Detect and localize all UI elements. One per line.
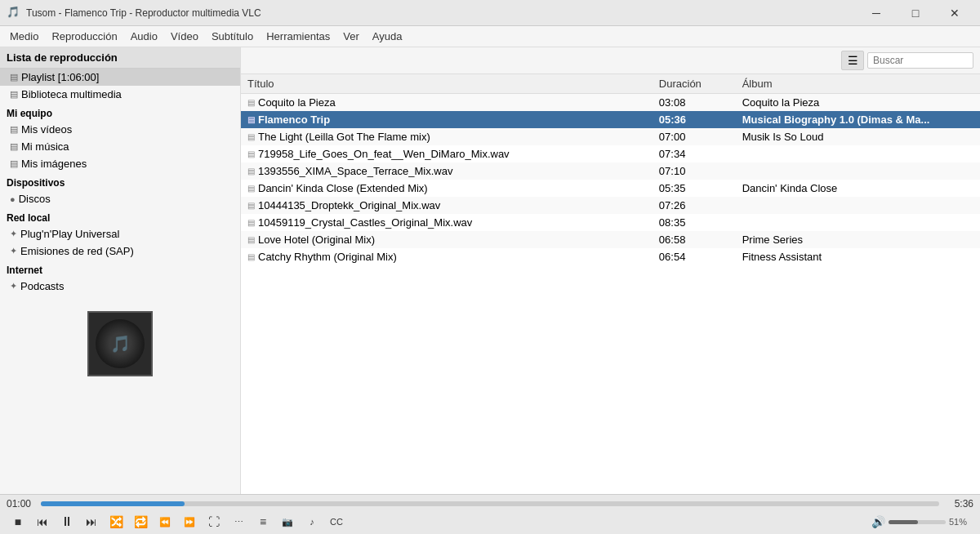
time-elapsed: 01:00 — [7, 498, 36, 510]
sidebar-item-label: Mis imágenes — [21, 158, 87, 170]
close-button[interactable]: ✕ — [936, 0, 973, 26]
track-title: ▤Catchy Rhythm (Original Mix) — [241, 248, 653, 265]
title-bar: 🎵 Tusom - Flamenco Trip - Reproductor mu… — [0, 0, 980, 26]
track-title: ▤Coquito la Pieza — [241, 94, 653, 111]
track-icon: ▤ — [247, 167, 255, 176]
table-row[interactable]: ▤Coquito la Pieza03:08Coquito la Pieza — [241, 94, 980, 112]
next-button[interactable]: ⏭ — [80, 513, 103, 531]
search-button[interactable]: ☰ — [841, 51, 864, 70]
menu-item-vídeo[interactable]: Vídeo — [164, 29, 205, 44]
images-icon: ▤ — [10, 158, 18, 169]
table-row[interactable]: ▤10444135_Droptekk_Original_Mix.wav07:26 — [241, 197, 980, 214]
sidebar-item-music[interactable]: ▤ Mi música — [0, 138, 240, 155]
audio-track-button[interactable]: ♪ — [301, 513, 323, 531]
playlist-header-bar: ☰ — [241, 47, 980, 74]
playlist-table[interactable]: Título Duración Álbum ▤Coquito la Pieza0… — [241, 74, 980, 494]
table-row[interactable]: ▤Catchy Rhythm (Original Mix)06:54Fitnes… — [241, 248, 980, 265]
track-icon: ▤ — [247, 218, 255, 227]
progress-track[interactable] — [41, 501, 939, 506]
table-row[interactable]: ▤Dancin' Kinda Close (Extended Mix)05:35… — [241, 180, 980, 197]
track-title: ▤Flamenco Trip — [241, 111, 653, 128]
sidebar-item-podcasts[interactable]: ✦ Podcasts — [0, 278, 240, 295]
track-album — [736, 145, 980, 162]
sidebar-scroll[interactable]: ▤ Playlist [1:06:00] ▤ Biblioteca multim… — [0, 69, 240, 494]
upnp-icon: ✦ — [10, 229, 17, 239]
menu-item-reproducción[interactable]: Reproducción — [45, 29, 123, 44]
volume-track[interactable] — [889, 520, 946, 524]
table-row[interactable]: ▤719958_Life_Goes_On_feat__Wen_DiMaro_Mi… — [241, 145, 980, 162]
play-pause-button[interactable]: ⏸ — [56, 513, 78, 531]
section-header-equipo: Mi equipo — [0, 103, 240, 121]
progress-fill — [41, 501, 185, 506]
track-icon: ▤ — [247, 115, 255, 124]
sidebar-item-upnp[interactable]: ✦ Plug'n'Play Universal — [0, 225, 240, 243]
table-row[interactable]: ▤The Light (Leilla Got The Flame mix)07:… — [241, 128, 980, 145]
table-header-row: Título Duración Álbum — [241, 74, 980, 94]
volume-fill — [889, 520, 918, 524]
sidebar-item-playlist[interactable]: ▤ Playlist [1:06:00] — [0, 69, 240, 86]
sidebar-item-label: Playlist [1:06:00] — [21, 71, 99, 83]
table-row[interactable]: ▤Flamenco Trip05:36Musical Biography 1.0… — [241, 111, 980, 128]
menu-item-audio[interactable]: Audio — [124, 29, 164, 44]
menu-item-herramientas[interactable]: Herramientas — [260, 29, 336, 44]
sidebar-item-images[interactable]: ▤ Mis imágenes — [0, 155, 240, 172]
sidebar-item-label: Plug'n'Play Universal — [20, 228, 119, 240]
extended-button[interactable]: ⋯ — [227, 513, 250, 531]
col-title: Título — [241, 74, 653, 94]
menu-item-ayuda[interactable]: Ayuda — [366, 29, 409, 44]
track-title: ▤1393556_XIMA_Space_Terrace_Mix.wav — [241, 162, 653, 180]
section-header-red-local: Red local — [0, 207, 240, 225]
menu-item-ver[interactable]: Ver — [336, 29, 366, 44]
main-content: Lista de reproducción ▤ Playlist [1:06:0… — [0, 47, 980, 494]
podcasts-icon: ✦ — [10, 281, 17, 291]
minimize-button[interactable]: ─ — [858, 0, 895, 26]
loop-button[interactable]: 🔁 — [129, 513, 152, 531]
controls-bar: ■ ⏮ ⏸ ⏭ 🔀 🔁 ⏪ ⏩ ⛶ ⋯ ≡ 📷 ♪ CC 🔊 51% — [0, 511, 980, 534]
menu-bar: MedioReproducciónAudioVídeoSubtítuloHerr… — [0, 26, 980, 47]
track-duration: 05:35 — [653, 180, 736, 197]
track-album: Coquito la Pieza — [736, 94, 980, 112]
track-album: Fitness Assistant — [736, 248, 980, 265]
track-duration: 07:00 — [653, 128, 736, 145]
col-duration: Duración — [653, 74, 736, 94]
track-icon: ▤ — [247, 98, 255, 107]
fullscreen-button[interactable]: ⛶ — [203, 513, 225, 531]
volume-icon: 🔊 — [871, 515, 885, 528]
track-icon: ▤ — [247, 235, 255, 244]
sidebar-item-label: Emisiones de red (SAP) — [20, 245, 134, 257]
subtitle-button[interactable]: CC — [325, 513, 348, 531]
sidebar-item-label: Biblioteca multimedia — [21, 88, 122, 100]
playlist-toggle-button[interactable]: ≡ — [252, 513, 274, 531]
track-duration: 06:58 — [653, 231, 736, 248]
track-title: ▤10459119_Crystal_Castles_Original_Mix.w… — [241, 214, 653, 231]
table-row[interactable]: ▤Love Hotel (Original Mix)06:58Prime Ser… — [241, 231, 980, 248]
stop-button[interactable]: ■ — [7, 513, 29, 531]
slower-button[interactable]: ⏪ — [154, 513, 176, 531]
sidebar-title: Lista de reproducción — [7, 51, 118, 64]
maximize-button[interactable]: □ — [897, 0, 934, 26]
album-thumbnail — [0, 295, 240, 385]
faster-button[interactable]: ⏩ — [178, 513, 201, 531]
sidebar-item-videos[interactable]: ▤ Mis vídeos — [0, 121, 240, 138]
sidebar-item-discos[interactable]: ● Discos — [0, 190, 240, 207]
menu-item-medio[interactable]: Medio — [3, 29, 45, 44]
sidebar-item-multimedia[interactable]: ▤ Biblioteca multimedia — [0, 86, 240, 103]
table-row[interactable]: ▤1393556_XIMA_Space_Terrace_Mix.wav07:10 — [241, 162, 980, 180]
track-album: Dancin' Kinda Close — [736, 180, 980, 197]
search-input[interactable] — [867, 52, 973, 69]
window-title: Tusom - Flamenco Trip - Reproductor mult… — [26, 7, 858, 19]
col-album: Álbum — [736, 74, 980, 94]
sap-icon: ✦ — [10, 246, 17, 256]
track-title: ▤Dancin' Kinda Close (Extended Mix) — [241, 180, 653, 197]
track-duration: 08:35 — [653, 214, 736, 231]
snapshot-button[interactable]: 📷 — [276, 513, 299, 531]
playlist-icon: ▤ — [10, 72, 18, 82]
multimedia-icon: ▤ — [10, 89, 18, 100]
menu-item-subtítulo[interactable]: Subtítulo — [205, 29, 260, 44]
track-icon: ▤ — [247, 252, 255, 261]
table-row[interactable]: ▤10459119_Crystal_Castles_Original_Mix.w… — [241, 214, 980, 231]
prev-button[interactable]: ⏮ — [31, 513, 54, 531]
track-duration: 06:54 — [653, 248, 736, 265]
random-button[interactable]: 🔀 — [105, 513, 127, 531]
sidebar-item-sap[interactable]: ✦ Emisiones de red (SAP) — [0, 243, 240, 260]
